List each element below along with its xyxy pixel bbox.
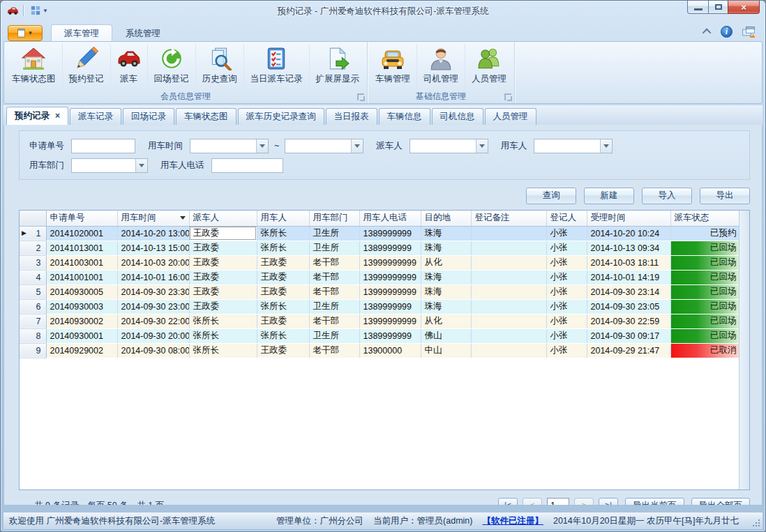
cell-phone[interactable]: 1389999999 bbox=[359, 226, 421, 241]
dropdown-button[interactable] bbox=[600, 139, 612, 153]
dropdown-button[interactable] bbox=[256, 139, 268, 153]
ribbon-tab-dispatch[interactable]: 派车管理 bbox=[51, 24, 112, 41]
export-current-page-button[interactable]: 导出当前页 bbox=[625, 498, 684, 506]
col-dept[interactable]: 用车部门 bbox=[309, 211, 359, 226]
reservation-register-button[interactable]: 预约登记 bbox=[63, 43, 111, 90]
page-number-input[interactable] bbox=[547, 498, 569, 506]
table-row[interactable]: 2201410130012014-10-13 15:00王政委张所长卫生所138… bbox=[20, 241, 740, 255]
cell-status[interactable]: 已回场 bbox=[670, 270, 740, 284]
cell-status[interactable]: 已取消 bbox=[670, 343, 740, 358]
cell-note[interactable] bbox=[471, 226, 546, 241]
cell-note[interactable] bbox=[471, 241, 546, 255]
close-button[interactable]: × bbox=[728, 1, 760, 14]
cell-status[interactable]: 已回场 bbox=[670, 299, 740, 314]
next-page-button[interactable]: > bbox=[574, 498, 594, 506]
cell-dispatcher[interactable]: 王政委 bbox=[189, 270, 257, 284]
cell-status[interactable]: 已回场 bbox=[670, 314, 740, 328]
cell-accept_time[interactable]: 2014-10-01 14:19 bbox=[587, 270, 670, 284]
cell-user[interactable]: 王政委 bbox=[257, 255, 309, 270]
row-header[interactable]: 8 bbox=[20, 328, 46, 343]
tab-vehicle-info[interactable]: 车辆信息 bbox=[379, 108, 430, 125]
cell-dest[interactable]: 珠海 bbox=[421, 241, 471, 255]
cell-dispatcher[interactable]: 王政委 bbox=[189, 284, 257, 299]
col-registrar[interactable]: 登记人 bbox=[546, 211, 587, 226]
return-register-button[interactable]: 回场登记 bbox=[148, 43, 196, 90]
cell-phone[interactable]: 1389999999 bbox=[359, 328, 421, 343]
application-menu-button[interactable]: ▼ bbox=[8, 25, 43, 41]
info-icon[interactable]: i bbox=[721, 26, 733, 38]
user-combo[interactable] bbox=[534, 139, 613, 153]
tab-return-records[interactable]: 回场记录 bbox=[123, 108, 174, 125]
cell-note[interactable] bbox=[471, 255, 546, 270]
maximize-button[interactable] bbox=[708, 1, 728, 14]
tab-dispatch-history-query[interactable]: 派车历史记录查询 bbox=[238, 108, 324, 125]
minimize-button[interactable] bbox=[687, 1, 708, 14]
cell-accept_time[interactable]: 2014-09-29 21:47 bbox=[587, 343, 670, 358]
cell-registrar[interactable]: 小张 bbox=[546, 299, 587, 314]
dropdown-button[interactable] bbox=[135, 159, 147, 172]
ribbon-tab-system[interactable]: 系统管理 bbox=[112, 24, 174, 41]
first-page-button[interactable]: |< bbox=[498, 498, 518, 506]
tab-personnel-management[interactable]: 人员管理 bbox=[485, 108, 536, 125]
title-bar[interactable]: ▼ 预约记录 - 广州爱奇迪软件科技有限公司-派车管理系统 × bbox=[1, 1, 765, 22]
cell-registrar[interactable]: 小张 bbox=[546, 255, 587, 270]
cell-dept[interactable]: 老干部 bbox=[309, 270, 359, 284]
collapse-ribbon-icon[interactable] bbox=[703, 29, 712, 38]
cell-order_no[interactable]: 20141001001 bbox=[46, 270, 117, 284]
cell-registrar[interactable]: 小张 bbox=[546, 270, 587, 284]
cell-order_no[interactable]: 20141003001 bbox=[46, 255, 117, 270]
close-tab-icon[interactable]: × bbox=[55, 111, 60, 121]
cell-dest[interactable]: 从化 bbox=[421, 255, 471, 270]
cell-user[interactable]: 王政委 bbox=[257, 343, 309, 358]
column-filter-icon[interactable] bbox=[180, 216, 186, 222]
cell-registrar[interactable]: 小张 bbox=[546, 226, 587, 241]
cell-accept_time[interactable]: 2014-10-03 18:11 bbox=[587, 255, 670, 270]
row-header[interactable]: 5 bbox=[20, 284, 46, 299]
cell-accept_time[interactable]: 2014-09-30 22:59 bbox=[587, 314, 670, 328]
cell-accept_time[interactable]: 2014-10-20 10:24 bbox=[587, 226, 670, 241]
row-header[interactable]: 9 bbox=[20, 343, 46, 358]
cell-use_time[interactable]: 2014-10-20 13:00 bbox=[117, 226, 189, 241]
cell-dispatcher[interactable]: 张所长 bbox=[189, 328, 257, 343]
cell-registrar[interactable]: 小张 bbox=[546, 328, 587, 343]
cell-order_no[interactable]: 20140930002 bbox=[46, 314, 117, 328]
create-button[interactable]: 新建 bbox=[584, 188, 634, 204]
cell-order_no[interactable]: 20141020001 bbox=[46, 226, 117, 241]
cell-status[interactable]: 已回场 bbox=[670, 241, 740, 255]
cell-dispatcher[interactable]: 王政委 bbox=[189, 226, 257, 241]
row-header[interactable]: 3 bbox=[20, 255, 46, 270]
cell-dest[interactable]: 珠海 bbox=[421, 284, 471, 299]
license-registered-link[interactable]: 【软件已注册】 bbox=[482, 515, 543, 527]
cell-dest[interactable]: 珠海 bbox=[421, 270, 471, 284]
col-use-time[interactable]: 用车时间 bbox=[117, 211, 189, 226]
row-header[interactable]: 2 bbox=[20, 241, 46, 255]
cell-phone[interactable]: 13999999999 bbox=[359, 314, 421, 328]
order-no-input[interactable] bbox=[71, 139, 135, 153]
col-accept-time[interactable]: 受理时间 bbox=[587, 211, 670, 226]
cell-note[interactable] bbox=[471, 328, 546, 343]
table-row[interactable]: 7201409300022014-09-30 22:00张所长王政委老干部139… bbox=[20, 314, 740, 328]
cell-dept[interactable]: 老干部 bbox=[309, 343, 359, 358]
cell-dest[interactable]: 中山 bbox=[421, 343, 471, 358]
row-header[interactable]: 4 bbox=[20, 270, 46, 284]
cell-use_time[interactable]: 2014-09-30 08:00 bbox=[117, 343, 189, 358]
col-status[interactable]: 派车状态 bbox=[670, 211, 740, 226]
cell-order_no[interactable]: 20140930001 bbox=[46, 328, 117, 343]
cell-use_time[interactable]: 2014-10-03 20:00 bbox=[117, 255, 189, 270]
cell-dept[interactable]: 卫生所 bbox=[309, 241, 359, 255]
cell-accept_time[interactable]: 2014-09-30 23:05 bbox=[587, 299, 670, 314]
cell-user[interactable]: 王政委 bbox=[257, 314, 309, 328]
cell-phone[interactable]: 1389999999 bbox=[359, 241, 421, 255]
table-row[interactable]: 6201409300032014-09-30 23:00王政委张所长卫生所138… bbox=[20, 299, 740, 314]
dropdown-button[interactable] bbox=[351, 139, 363, 153]
use-time-to-combo[interactable] bbox=[285, 139, 363, 153]
row-header[interactable]: 6 bbox=[20, 299, 46, 314]
cell-note[interactable] bbox=[471, 343, 546, 358]
cell-dest[interactable]: 佛山 bbox=[421, 328, 471, 343]
cell-phone[interactable]: 13999999999 bbox=[359, 270, 421, 284]
dropdown-button[interactable] bbox=[476, 139, 488, 153]
cell-registrar[interactable]: 小张 bbox=[546, 314, 587, 328]
personnel-management-button[interactable]: 人员管理 bbox=[465, 43, 513, 90]
tab-daily-report[interactable]: 当日报表 bbox=[326, 108, 377, 125]
cell-use_time[interactable]: 2014-09-30 20:00 bbox=[117, 328, 189, 343]
